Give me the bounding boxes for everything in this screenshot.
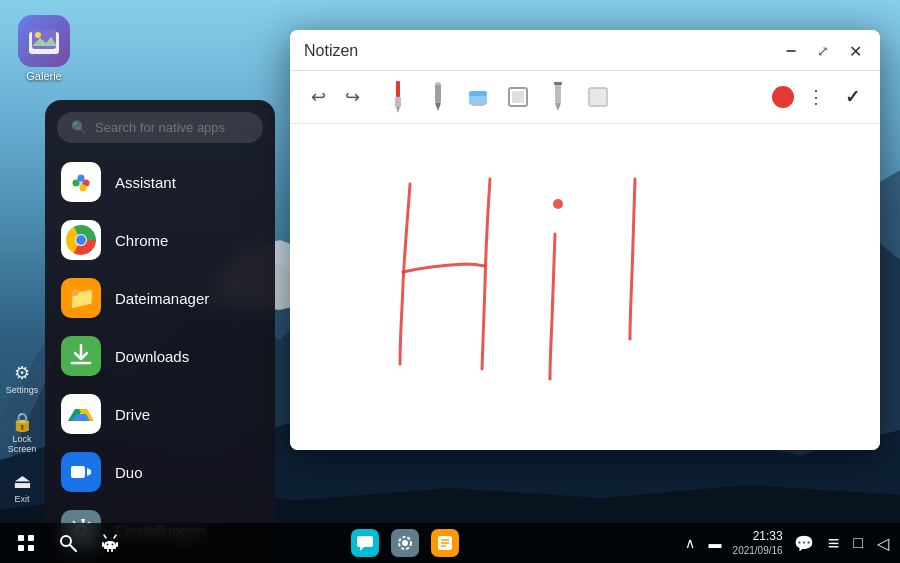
svg-rect-45 [589,88,607,106]
brush-tool-red[interactable] [382,79,414,115]
chrome-icon [61,220,101,260]
chevron-up-icon[interactable]: ∧ [682,535,698,551]
chat-icon[interactable]: 💬 [791,534,817,553]
text-tool[interactable] [542,79,574,115]
redo-button[interactable]: ↪ [338,83,366,111]
settings-icon: ⚙ [14,362,30,384]
back-icon[interactable]: ◁ [874,534,892,553]
search-input[interactable] [95,120,249,135]
record-button[interactable] [772,86,794,108]
notizen-window: Notizen − ⤢ ✕ ↩ ↪ [290,30,880,450]
taskbar-left [8,525,128,561]
taskbar: ∧ ▬ 21:33 2021/09/16 💬 ≡ □ ◁ [0,523,900,563]
svg-rect-33 [395,97,401,107]
svg-point-57 [107,544,109,546]
messaging-icon [351,529,379,557]
settings-label: Settings [6,386,39,396]
svg-rect-50 [28,545,34,551]
app-item-chrome[interactable]: Chrome [45,211,275,269]
svg-rect-56 [111,549,113,552]
search-button[interactable] [50,525,86,561]
svg-rect-49 [18,545,24,551]
app-item-drive[interactable]: Drive [45,385,275,443]
duo-icon [61,452,101,492]
toolbar-nav: ↩ ↪ [304,83,366,111]
window-toolbar: ↩ ↪ [290,71,880,124]
maximize-button[interactable]: ⤢ [812,40,834,62]
battery-icon: ▬ [706,536,725,551]
svg-point-58 [112,544,114,546]
downloads-icon [61,336,101,376]
close-button[interactable]: ✕ [844,40,866,62]
app-item-assistant[interactable]: Assistant [45,153,275,211]
app-name-drive: Drive [115,406,150,423]
app-drawer: 🔍 Assistant [45,100,275,563]
drawing-svg [290,124,880,450]
menu-icon[interactable]: ≡ [825,532,843,555]
app-name-chrome: Chrome [115,232,168,249]
svg-rect-41 [512,91,524,103]
window-titlebar: Notizen − ⤢ ✕ [290,30,880,71]
svg-point-13 [78,175,85,182]
taskbar-app-settings[interactable] [387,525,423,561]
svg-rect-54 [116,542,118,547]
shape-tool[interactable] [502,79,534,115]
taskbar-center [347,525,463,561]
app-name-downloads: Downloads [115,348,189,365]
svg-marker-43 [555,103,561,111]
svg-marker-60 [360,547,364,551]
window-controls: − ⤢ ✕ [780,40,866,62]
lock-screen-sidebar-btn[interactable]: 🔒 LockScreen [0,407,44,459]
svg-rect-59 [357,536,373,547]
lock-screen-label: LockScreen [8,435,37,455]
pen-tool[interactable] [422,79,454,115]
settings2-icon [391,529,419,557]
android-button[interactable] [92,525,128,561]
settings-sidebar-btn[interactable]: ⚙ Settings [0,353,44,405]
undo-button[interactable]: ↩ [304,83,332,111]
svg-point-61 [402,540,408,546]
assistant-icon [61,162,101,202]
svg-rect-34 [435,83,441,103]
taskbar-app-messaging[interactable] [347,525,383,561]
svg-rect-42 [555,83,561,103]
taskbar-right: ∧ ▬ 21:33 2021/09/16 💬 ≡ □ ◁ [682,529,892,558]
svg-rect-44 [554,82,562,85]
app-name-duo: Duo [115,464,143,481]
select-tool[interactable] [582,79,614,115]
svg-rect-48 [28,535,34,541]
svg-point-15 [80,185,87,192]
taskbar-app-notes[interactable] [427,525,463,561]
app-name-assistant: Assistant [115,174,176,191]
svg-rect-36 [436,82,440,85]
time-value: 21:33 [733,529,783,545]
notes-icon [431,529,459,557]
svg-rect-47 [18,535,24,541]
eraser-tool[interactable] [462,79,494,115]
date-value: 2021/09/16 [733,544,783,557]
confirm-button[interactable]: ✓ [838,83,866,111]
svg-point-23 [76,235,86,245]
drawing-canvas[interactable] [290,124,880,450]
drive-icon [61,394,101,434]
window-icon[interactable]: □ [850,534,866,552]
svg-line-52 [70,545,76,551]
minimize-button[interactable]: − [780,40,802,62]
exit-icon: ⏏ [13,469,32,493]
svg-rect-38 [469,91,487,96]
app-item-duo[interactable]: Duo [45,443,275,501]
svg-rect-53 [102,542,104,547]
search-bar[interactable]: 🔍 [57,112,263,143]
svg-point-16 [73,180,80,187]
more-options-button[interactable]: ⋮ [802,83,830,111]
svg-point-46 [553,199,563,209]
exit-label: Exit [14,495,29,505]
app-item-downloads[interactable]: Downloads [45,327,275,385]
exit-sidebar-btn[interactable]: ⏏ Exit [0,461,44,513]
svg-rect-55 [107,549,109,552]
grid-button[interactable] [8,525,44,561]
app-item-dateimanager[interactable]: 📁 Dateimanager [45,269,275,327]
app-name-dateimanager: Dateimanager [115,290,209,307]
filemanager-icon: 📁 [61,278,101,318]
left-sidebar: ⚙ Settings 🔒 LockScreen ⏏ Exit [0,0,44,523]
